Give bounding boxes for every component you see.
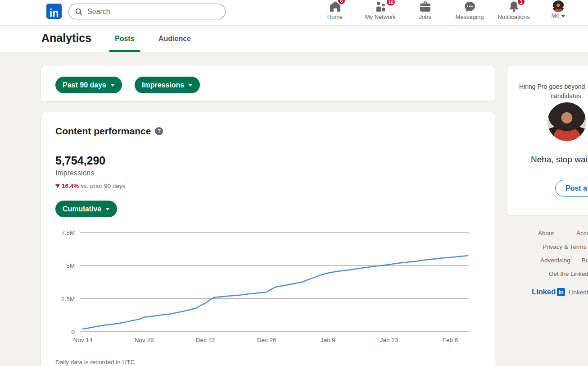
time-range-dropdown[interactable]: Past 90 days (55, 77, 122, 93)
help-icon[interactable]: ? (155, 127, 163, 135)
change-vs-prior: 16.4% vs. prior 90 days (55, 183, 125, 189)
impressions-total: 5,754,290 (55, 154, 105, 167)
my-network-icon (359, 0, 402, 14)
footer-brand: Linked in LinkedIn Corporation (532, 288, 588, 297)
chevron-down-icon (561, 15, 565, 18)
home-icon (313, 0, 357, 14)
search-box[interactable] (68, 4, 226, 19)
filters-card: Past 90 days Impressions (41, 66, 495, 102)
search-icon (75, 8, 83, 16)
nav-item-me[interactable]: Me (537, 0, 580, 26)
linkedin-wordmark: Linked (532, 288, 556, 297)
time-range-label: Past 90 days (63, 81, 106, 89)
nav-item-jobs[interactable]: Jobs (403, 0, 447, 26)
me-avatar (552, 0, 564, 12)
chart-footnote: Daily data is recorded in UTC (55, 359, 135, 366)
change-suffix: vs. prior 90 days (81, 183, 125, 189)
svg-text:5M: 5M (66, 262, 75, 269)
svg-text:0: 0 (71, 329, 75, 335)
metric-dropdown[interactable]: Impressions (135, 77, 200, 93)
footer-link-privacy-terms[interactable]: Privacy & Terms (543, 243, 586, 250)
nav-divider (581, 0, 581, 26)
svg-text:7.5M: 7.5M (61, 229, 75, 236)
nav-item-label: Messaging (448, 14, 491, 21)
nav-item-home[interactable]: Home 6 (313, 0, 357, 26)
jobs-icon (403, 0, 447, 14)
ad-message: Neha, stop waiting (531, 155, 588, 165)
content-performance-card: Content performance ? 5,754,290 Impressi… (41, 112, 495, 366)
svg-text:Jan 9: Jan 9 (321, 337, 335, 343)
ad-headline-line2: candidates (551, 92, 581, 100)
impressions-label: Impressions (55, 169, 94, 177)
view-mode-label: Cumulative (63, 205, 101, 213)
chevron-down-icon (105, 208, 110, 210)
chevron-down-icon (110, 84, 115, 87)
nav-item-label: Me (537, 12, 580, 19)
nav-item-notifications[interactable]: Notifications 1 (492, 0, 535, 26)
nav-item-messaging[interactable]: Messaging (448, 0, 491, 26)
nav-item-label: Jobs (403, 14, 447, 21)
tab-posts[interactable]: Posts (115, 35, 135, 43)
nav-item-label: Notifications (492, 14, 535, 21)
footer-link-get-app[interactable]: Get the LinkedIn app (549, 270, 588, 277)
analytics-header: Analytics Posts Audience (0, 26, 588, 52)
svg-text:2.5M: 2.5M (61, 296, 75, 302)
section-title: Content performance ? (55, 126, 163, 137)
messaging-icon (448, 0, 491, 14)
ad-avatar (547, 102, 586, 141)
svg-text:Nov 14: Nov 14 (73, 337, 93, 343)
svg-text:Dec 12: Dec 12 (196, 337, 215, 343)
footer-link-business-services[interactable]: Business Services (582, 257, 588, 264)
global-nav: in Home 6 My Network 10 Jobs Messaging (0, 0, 588, 26)
nav-item-label: Home (313, 14, 357, 21)
svg-text:Dec 26: Dec 26 (257, 337, 276, 343)
view-mode-dropdown[interactable]: Cumulative (55, 201, 117, 217)
impressions-chart: 02.5M5M7.5MNov 14Nov 28Dec 12Dec 26Jan 9… (41, 226, 496, 348)
linkedin-logo[interactable]: in (46, 4, 62, 19)
footer-link-about[interactable]: About (538, 230, 554, 237)
search-input[interactable] (87, 8, 200, 16)
footer-copyright: LinkedIn Corporation (569, 289, 588, 296)
svg-text:Nov 28: Nov 28 (135, 337, 154, 343)
down-arrow-icon (55, 184, 60, 188)
active-tab-underline (109, 50, 140, 52)
linkedin-logo-small: in (557, 288, 565, 296)
footer-link-advertising[interactable]: Advertising (540, 257, 570, 264)
svg-text:Feb 6: Feb 6 (443, 337, 458, 343)
tab-audience[interactable]: Audience (158, 35, 191, 43)
nav-item-my-network[interactable]: My Network 10 (359, 0, 402, 26)
chevron-down-icon (188, 84, 193, 87)
nav-item-label: My Network (359, 14, 402, 21)
notifications-icon (492, 0, 535, 14)
svg-text:Jan 23: Jan 23 (380, 337, 398, 343)
footer-link-accessibility[interactable]: Accessibility (576, 230, 588, 237)
page-title: Analytics (41, 32, 91, 45)
metric-label: Impressions (142, 81, 184, 89)
ad-card: Hiring Pro goes beyond candidates Neha, … (507, 66, 588, 215)
post-a-job-button[interactable]: Post a job (555, 180, 588, 197)
change-percent: 16.4% (62, 183, 79, 189)
ad-headline-line1: Hiring Pro goes beyond (519, 83, 585, 90)
